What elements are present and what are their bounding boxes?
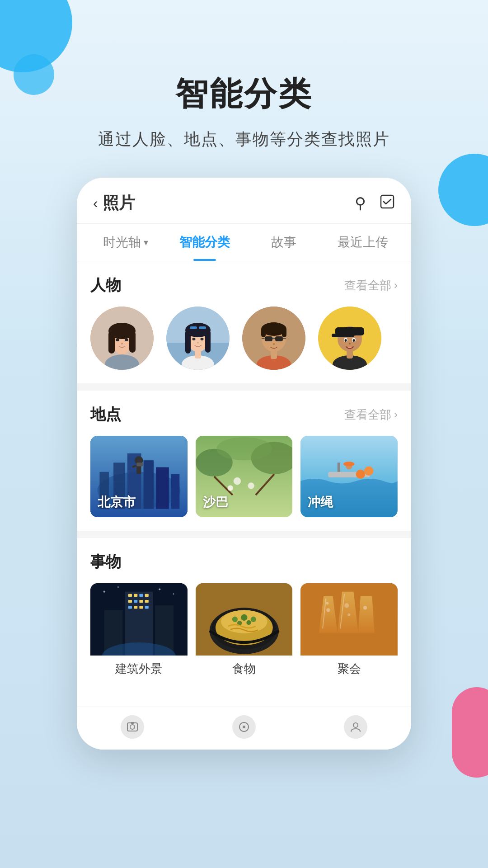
chevron-right-icon: › [394,279,398,292]
svg-rect-78 [338,462,340,472]
svg-rect-21 [205,330,211,353]
bottom-nav [77,707,411,750]
page-title: 照片 [103,192,135,214]
app-inner: ‹ 照片 ⚲ 时光轴 ▾ 智 [77,178,411,750]
decoration-blob-bottom-right [452,687,488,778]
svg-point-11 [121,343,123,344]
people-section-title: 人物 [90,275,121,296]
svg-rect-99 [139,606,143,609]
person-avatar-4[interactable] [318,307,381,370]
svg-rect-35 [265,336,272,341]
thing-card-building[interactable]: 建筑外景 [90,583,188,679]
person-avatar-2[interactable] [166,307,230,370]
svg-point-52 [353,339,355,342]
svg-rect-37 [272,338,275,339]
svg-point-113 [246,620,251,625]
phone-frame: ‹ 照片 ⚲ 时光轴 ▾ 智 [77,178,411,750]
svg-point-10 [125,339,128,341]
svg-point-85 [117,586,119,588]
sub-title: 通过人脸、地点、事物等分类查找照片 [0,128,488,151]
thing-party-label: 聚会 [300,656,398,679]
things-grid: 建筑外景 [90,583,398,679]
svg-point-109 [232,617,237,622]
svg-rect-126 [127,723,137,731]
svg-point-82 [364,467,373,476]
svg-point-74 [248,482,254,489]
location-section: 地点 查看全部 › [77,391,411,531]
section-divider-2 [77,531,411,538]
svg-point-26 [197,342,199,344]
thing-food-label: 食物 [196,656,293,679]
top-bar: ‹ 照片 ⚲ [77,178,411,224]
section-divider-1 [77,383,411,391]
svg-rect-100 [145,606,149,609]
svg-point-40 [273,343,275,345]
svg-rect-36 [275,336,283,341]
bottom-nav-photos[interactable] [121,715,144,739]
location-shaba-label: 沙巴 [203,494,228,511]
svg-point-127 [130,725,135,729]
svg-rect-128 [131,722,134,724]
back-arrow-icon: ‹ [93,195,98,212]
svg-rect-97 [128,606,132,609]
people-view-all-button[interactable]: 查看全部 › [344,278,398,293]
svg-rect-7 [108,331,115,354]
things-section-title: 事物 [90,552,121,572]
svg-point-24 [192,338,196,340]
svg-rect-93 [128,600,132,603]
svg-rect-91 [139,594,143,597]
svg-rect-61 [156,467,169,509]
svg-point-110 [241,614,247,621]
svg-point-25 [201,338,204,340]
thing-card-party[interactable]: 聚会 [300,583,398,679]
svg-rect-48 [332,334,354,337]
faces-row [90,307,398,370]
dropdown-arrow-icon: ▾ [144,237,148,248]
thing-card-food[interactable]: 食物 [196,583,293,679]
svg-rect-8 [129,331,136,353]
svg-rect-39 [283,338,286,339]
svg-point-70 [216,437,272,460]
tab-recent-upload[interactable]: 最近上传 [323,224,402,261]
main-title: 智能分类 [0,72,488,116]
bottom-nav-discover[interactable] [232,715,256,739]
tab-smart-classify[interactable]: 智能分类 [165,224,244,261]
nav-tabs: 时光轴 ▾ 智能分类 故事 最近上传 [77,224,411,261]
svg-point-80 [343,462,355,466]
location-card-okinawa[interactable]: 冲绳 [300,436,398,517]
search-button[interactable]: ⚲ [355,194,366,213]
location-okinawa-label: 冲绳 [308,494,333,511]
svg-rect-96 [145,600,149,603]
location-card-beijing[interactable]: 北京市 [90,436,188,517]
svg-rect-98 [134,606,137,609]
location-cards: 北京市 [90,436,398,517]
things-section-header: 事物 [90,552,398,572]
svg-point-111 [250,617,256,622]
svg-point-81 [356,470,365,479]
tab-timeline[interactable]: 时光轴 ▾ [86,224,165,261]
thing-building-label: 建筑外景 [90,656,188,679]
bottom-nav-me[interactable] [344,715,367,739]
svg-point-87 [173,593,174,594]
svg-point-53 [349,343,351,344]
location-beijing-label: 北京市 [98,494,136,511]
svg-point-75 [227,485,233,491]
back-button[interactable]: ‹ 照片 [93,192,135,214]
svg-point-9 [116,339,119,341]
location-view-all-button[interactable]: 查看全部 › [344,407,398,423]
person-avatar-3[interactable] [242,307,305,370]
person-avatar-1[interactable] [90,307,154,370]
svg-rect-20 [185,330,191,354]
top-bar-actions: ⚲ [355,194,395,213]
svg-rect-38 [262,338,265,339]
svg-rect-62 [171,474,179,509]
location-card-shaba[interactable]: 沙巴 [196,436,293,517]
location-section-header: 地点 查看全部 › [90,404,398,425]
content-area: 人物 查看全部 › [77,261,411,707]
svg-rect-92 [145,594,149,597]
select-button[interactable] [380,194,395,213]
svg-rect-34 [282,328,286,337]
svg-rect-22 [190,326,197,329]
svg-point-86 [159,589,160,590]
tab-stories[interactable]: 故事 [244,224,323,261]
